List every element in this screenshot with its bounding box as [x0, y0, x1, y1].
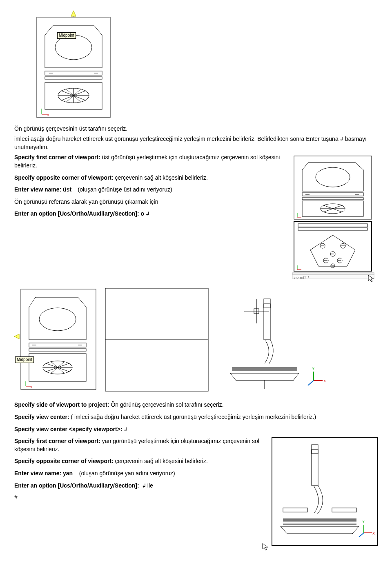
- text-line: imleci aşağı doğru hareket ettirerek üst…: [14, 135, 378, 151]
- figure-bottom-right: Y X: [272, 437, 378, 546]
- svg-marker-102: [281, 526, 359, 534]
- enter-symbol: ↲: [124, 426, 127, 432]
- drawing-left-midpoint: x: [14, 287, 98, 393]
- svg-rect-94: [283, 508, 307, 512]
- svg-rect-56: [21, 289, 96, 390]
- svg-rect-92: [312, 445, 318, 485]
- enter-symbol: ↲: [142, 482, 145, 489]
- tooltip-midpoint: Midpoint: [15, 356, 34, 363]
- tooltip-midpoint: Midpoint: [57, 32, 76, 39]
- text-line: Specify view center <specify viewport>: …: [14, 425, 378, 434]
- svg-text:Y: Y: [312, 367, 314, 371]
- svg-rect-52: [292, 273, 374, 275]
- svg-text:X: X: [323, 379, 326, 383]
- svg-line-107: [359, 533, 364, 537]
- svg-text:X: X: [372, 531, 375, 535]
- text-line: Specify view center: ( imleci sağa doğru…: [14, 413, 378, 421]
- figure-right-stack: .avout2 /: [290, 154, 378, 283]
- drawing-empty-viewport: [104, 287, 210, 393]
- text-line: Specify side of viewport to project: Ön …: [14, 401, 378, 409]
- svg-rect-79: [264, 304, 270, 308]
- svg-text:x: x: [31, 385, 32, 388]
- drawing-side-sketch: Y X: [216, 287, 334, 393]
- svg-marker-85: [230, 373, 299, 381]
- svg-text:Y: Y: [362, 520, 365, 524]
- svg-line-91: [308, 381, 314, 385]
- drawing-side-final: Y X: [275, 441, 375, 543]
- enter-symbol: ↲: [146, 210, 149, 217]
- enter-symbol: ↲: [340, 136, 343, 142]
- figure-top: x Midpoint: [33, 11, 378, 129]
- svg-marker-108: [263, 543, 268, 550]
- text-line: Ön görünüş çerçevesinin üst tarafını seç…: [14, 125, 378, 133]
- figure-row-middle: x Midpoint Y X: [14, 287, 378, 393]
- svg-marker-55: [14, 334, 19, 339]
- svg-text:x: x: [47, 114, 49, 116]
- drawing-top-view: x: [33, 11, 114, 121]
- cursor-icon: [262, 543, 269, 551]
- svg-rect-78: [264, 299, 270, 340]
- svg-rect-95: [332, 508, 356, 512]
- svg-marker-0: [71, 11, 76, 16]
- svg-rect-93: [312, 450, 318, 454]
- layout-tab-label: .avout2 /: [293, 276, 309, 280]
